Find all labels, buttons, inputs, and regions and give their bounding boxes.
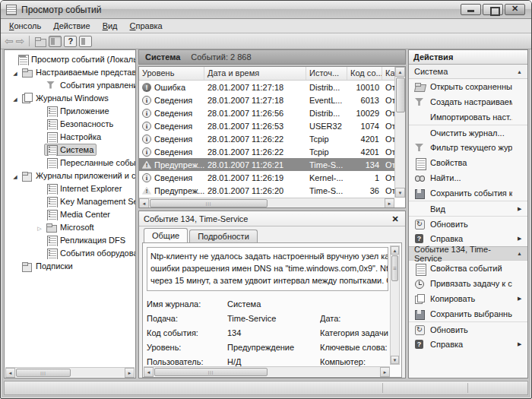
tree-item[interactable]: События оборудования xyxy=(5,246,135,259)
action-item[interactable]: Импортировать наст... xyxy=(409,109,527,125)
action-item[interactable]: Сохранить события к... xyxy=(409,185,527,201)
scroll-right-icon[interactable]: ► xyxy=(385,198,394,208)
tree-item[interactable]: Просмотр событий (Локальны xyxy=(5,52,135,65)
action-item[interactable]: Копировать xyxy=(409,291,527,306)
scrollbar-thumb[interactable] xyxy=(16,369,71,377)
scroll-up-icon[interactable]: ▲ xyxy=(391,246,399,255)
action-item[interactable]: Создать настраиваем... xyxy=(409,94,527,109)
export-list-icon[interactable] xyxy=(34,36,46,46)
field-value: Система xyxy=(227,299,320,309)
scrollbar-thumb[interactable] xyxy=(391,255,398,281)
tab-details[interactable]: Подробности xyxy=(189,230,258,243)
tab-general[interactable]: Общие xyxy=(144,228,188,242)
close-button[interactable] xyxy=(505,4,525,15)
description-line: через 15 минут, а затем удвоит интервал … xyxy=(150,274,385,287)
column-header-level[interactable]: Уровень xyxy=(139,67,204,80)
menu-item[interactable]: Вид xyxy=(97,20,123,32)
scrollbar-thumb[interactable] xyxy=(150,199,268,207)
action-item[interactable]: Справка xyxy=(409,337,527,352)
event-level-label: Предупреж... xyxy=(154,160,204,169)
event-row[interactable]: Предупреж... 28.01.2007 11:26:21 Time-S.… xyxy=(139,158,394,171)
expander-icon[interactable] xyxy=(35,223,44,232)
tree-item[interactable]: Безопасность xyxy=(5,117,135,130)
action-item[interactable]: Свойства xyxy=(409,155,527,170)
menu-item[interactable]: Консоль xyxy=(4,20,46,32)
scroll-left-icon[interactable]: ◄ xyxy=(5,368,15,378)
minimize-button[interactable] xyxy=(461,4,481,15)
event-row[interactable]: Сведения 28.01.2007 11:26:22 Tcpip 4201 … xyxy=(139,145,394,158)
action-item[interactable]: Вид xyxy=(409,201,527,216)
scroll-down-icon[interactable]: ▼ xyxy=(395,188,405,198)
preview-vertical-scrollbar[interactable]: ▲ ▼ xyxy=(390,245,400,365)
tree-item[interactable]: Media Center xyxy=(5,207,135,220)
actions-section-event[interactable]: Событие 134, Time-Service xyxy=(409,246,527,261)
tree-item-icon xyxy=(46,183,56,194)
list-horizontal-scrollbar[interactable]: ◄ ► xyxy=(139,198,394,207)
tree-item[interactable]: Настраиваемые представле xyxy=(5,65,135,78)
scroll-down-icon[interactable]: ▼ xyxy=(391,356,399,364)
tree-item[interactable]: Настройка xyxy=(5,130,135,143)
scroll-right-icon[interactable]: ► xyxy=(125,368,135,378)
expander-icon[interactable] xyxy=(11,93,20,103)
event-row[interactable]: Предупреж... 28.01.2007 11:26:20 Time-S.… xyxy=(139,184,394,197)
event-row[interactable]: Сведения 28.01.2007 11:26:53 USER32 1074… xyxy=(139,119,394,132)
close-preview-icon[interactable] xyxy=(390,214,401,224)
tree-item[interactable]: Internet Explorer xyxy=(5,182,135,195)
expander-icon[interactable] xyxy=(11,171,20,180)
tree-item[interactable]: Пересланные события xyxy=(5,156,135,169)
tree-item-icon xyxy=(46,106,56,116)
tree-item[interactable]: Key Management Service xyxy=(5,195,135,207)
event-row[interactable]: Сведения 28.01.2007 11:26:22 Tcpip 4201 … xyxy=(139,132,394,145)
forward-icon[interactable]: ⇨ xyxy=(16,36,25,46)
tree-item[interactable]: Журналы приложений и сл xyxy=(5,169,135,182)
event-row[interactable]: Сведения 28.01.2007 11:26:19 Kernel-... … xyxy=(139,171,394,184)
action-item[interactable]: Свойства событий xyxy=(409,261,527,276)
collapse-icon[interactable] xyxy=(517,69,522,74)
preview-horizontal-scrollbar[interactable]: ◄ ► xyxy=(144,366,390,376)
field-value: Предупреждение xyxy=(227,343,320,352)
action-pane-toggle-icon[interactable] xyxy=(79,36,92,47)
help-icon[interactable] xyxy=(64,36,77,47)
tree-item[interactable]: Microsoft xyxy=(5,220,135,233)
list-vertical-scrollbar[interactable]: ▲ ▼ xyxy=(394,67,405,198)
actions-section-system[interactable]: Система xyxy=(409,65,527,79)
scroll-left-icon[interactable]: ◄ xyxy=(144,367,154,377)
tree-item[interactable]: Система xyxy=(5,143,135,156)
maximize-button[interactable] xyxy=(483,4,503,15)
action-item[interactable]: Фильтр текущего жур... xyxy=(409,140,527,155)
scroll-up-icon[interactable]: ▲ xyxy=(395,67,405,77)
action-item[interactable]: Обновить xyxy=(409,216,527,231)
menu-item[interactable]: Справка xyxy=(125,20,168,32)
action-item[interactable]: Очистить журнал... xyxy=(409,125,527,140)
event-row[interactable]: Ошибка 28.01.2007 11:27:18 Distrib... 10… xyxy=(139,81,394,93)
tree-item[interactable]: Репликация DFS xyxy=(5,233,135,246)
column-header-source[interactable]: Источ... xyxy=(306,67,347,80)
tree-item[interactable]: События управления xyxy=(5,78,135,91)
preview-title: Событие 134, Time-Service xyxy=(144,214,248,223)
action-item-label: Создать настраиваем... xyxy=(430,97,512,106)
tree-item[interactable]: Подписки xyxy=(5,259,135,272)
scrollbar-thumb[interactable] xyxy=(154,368,268,376)
event-description[interactable]: Ntp-клиенту не удалось задать настроенны… xyxy=(147,247,388,291)
action-item[interactable]: Обновить xyxy=(409,321,527,337)
scroll-right-icon[interactable]: ► xyxy=(380,367,390,377)
column-header-date[interactable]: Дата и время xyxy=(204,67,306,80)
action-item[interactable]: Сохранить выбранны... xyxy=(409,306,527,321)
event-row[interactable]: Сведения 28.01.2007 11:26:56 Distrib... … xyxy=(139,106,394,119)
scroll-left-icon[interactable]: ◄ xyxy=(139,198,149,208)
tree-horizontal-scrollbar[interactable]: ◄ ► xyxy=(5,367,135,377)
collapse-icon[interactable] xyxy=(517,251,522,256)
column-header-code[interactable]: Код со... xyxy=(347,67,382,80)
tree-item[interactable]: Приложение xyxy=(5,104,135,117)
back-icon[interactable]: ⇦ xyxy=(5,36,14,46)
console-tree-toggle-icon[interactable] xyxy=(49,36,62,47)
event-row[interactable]: Сведения 28.01.2007 11:27:18 EventL... 6… xyxy=(139,93,394,106)
menu-item[interactable]: Действие xyxy=(48,20,95,32)
scrollbar-thumb[interactable] xyxy=(396,78,405,112)
title-bar[interactable]: Просмотр событий xyxy=(1,1,531,19)
expander-icon[interactable] xyxy=(11,68,20,77)
action-item[interactable]: Найти... xyxy=(409,170,527,185)
action-item[interactable]: Открыть сохраненны... xyxy=(409,79,527,94)
tree-item[interactable]: Журналы Windows xyxy=(5,91,135,104)
action-item[interactable]: Привязать задачу к со... xyxy=(409,276,527,291)
